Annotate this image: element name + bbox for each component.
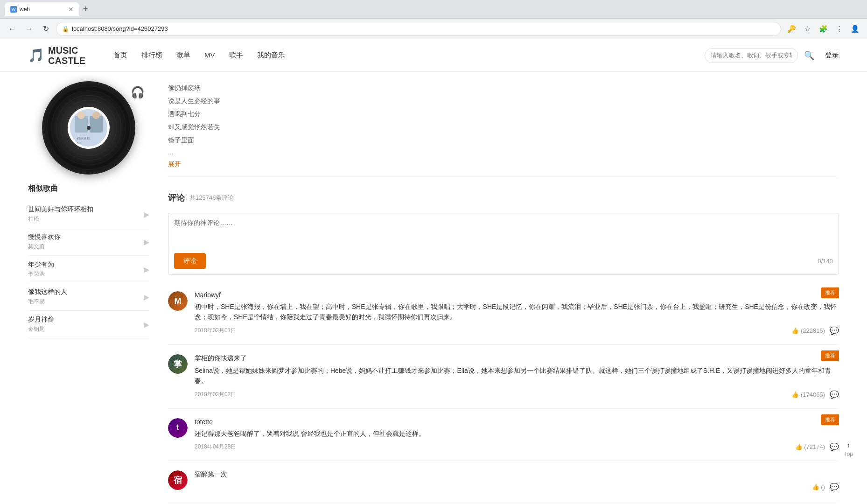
svg-text:任家依然: 任家依然 [77, 137, 90, 140]
browser-controls: ← → ↻ 🔒 localhost:8080/song?id=426027293… [0, 19, 867, 39]
artist-name: 毛不易 [28, 298, 67, 306]
song-name: 世间美好与你环环相扣 [28, 205, 93, 214]
avatar: M [168, 291, 188, 311]
play-button[interactable]: ▶ [144, 265, 149, 274]
comment-content: 宿醉第一次 👍 () 💬 [195, 470, 839, 491]
menu-icon[interactable]: ⋮ [832, 22, 846, 35]
play-button[interactable]: ▶ [144, 210, 149, 219]
reply-button[interactable]: 💬 [830, 390, 839, 399]
reply-button[interactable]: 💬 [830, 326, 839, 335]
nav-artist[interactable]: 歌手 [229, 51, 243, 60]
forward-button[interactable]: → [22, 22, 35, 35]
list-item[interactable]: 岁月神偷 金钥匙 ▶ [28, 311, 149, 338]
table-row: 推荐 t totette 还记得那天爸爸喝醉了，哭着对我说 曾经我也是个正直的人… [168, 409, 839, 461]
comment-textarea[interactable] [174, 219, 833, 247]
lyric-line: 像扔掉废纸 [168, 81, 839, 94]
comment-input-area: 评论 0/140 [168, 213, 839, 275]
left-panel: 任家依然 如常 🎧 相似歌曲 世间美好与你环环相扣 柏松 ▶ 慢慢喜欢你 [28, 81, 149, 501]
login-button[interactable]: 登录 [825, 51, 839, 60]
list-item[interactable]: 世间美好与你环环相扣 柏松 ▶ [28, 201, 149, 228]
lyrics-expand-button[interactable]: 展开 [168, 160, 181, 168]
comments-title: 评论 [168, 192, 185, 203]
reply-button[interactable]: 💬 [830, 483, 839, 491]
vinyl-hole [87, 126, 91, 130]
browser-right-icons: 🔑 ☆ 🧩 ⋮ 👤 [785, 22, 861, 35]
comment-text: 初中时，SHE是张海报，你在墙上，我在望；高中时，SHE是张专辑，你在歌里，我跟… [195, 301, 839, 322]
comment-actions: 👍 (72174) 💬 [795, 442, 839, 451]
like-button[interactable]: 👍 (174065) [791, 391, 825, 398]
browser-tab-bar: W web ✕ + [0, 0, 867, 19]
comment-submit-button[interactable]: 评论 [174, 253, 206, 269]
scroll-top-label: Top [844, 451, 853, 457]
song-info: 慢慢喜欢你 莫文蔚 [28, 233, 61, 251]
browser-tab[interactable]: W web ✕ [5, 2, 79, 16]
tab-title: web [20, 6, 30, 13]
avatar-image: 掌 [168, 354, 188, 374]
lock-icon: 🔒 [62, 26, 69, 32]
refresh-button[interactable]: ↻ [39, 22, 52, 35]
back-button[interactable]: ← [6, 22, 19, 35]
reply-button[interactable]: 💬 [830, 442, 839, 451]
svg-point-4 [92, 112, 100, 119]
logo-icon: 🎵 [28, 48, 44, 63]
tab-close-button[interactable]: ✕ [68, 6, 74, 13]
logo-castle: CASTLE [48, 56, 85, 66]
search-input[interactable] [705, 48, 798, 63]
song-name: 像我这样的人 [28, 288, 67, 296]
account-icon[interactable]: 👤 [848, 22, 861, 35]
comments-section: 评论 共125746条评论 评论 0/140 推荐 M Mariowyf 初 [168, 192, 839, 501]
like-button[interactable]: 👍 () [812, 483, 825, 490]
comment-username: Mariowyf [195, 291, 839, 299]
comment-meta: 👍 () 💬 [195, 483, 839, 491]
avatar: 宿 [168, 470, 188, 490]
album-art: 任家依然 如常 🎧 [42, 81, 135, 175]
comment-username: totette [195, 418, 839, 426]
nav-mv[interactable]: MV [204, 51, 215, 60]
artist-name: 柏松 [28, 215, 93, 223]
table-row: 推荐 掌 掌柜的你快递来了 Selina说，她是帮她妹妹来圆梦才参加比赛的；He… [168, 345, 839, 409]
avatar-image: 宿 [168, 470, 188, 490]
like-button[interactable]: 👍 (72174) [795, 443, 825, 450]
logo-text: MUSIC CASTLE [48, 45, 85, 66]
avatar: t [168, 418, 188, 438]
comment-username: 宿醉第一次 [195, 470, 839, 479]
play-button[interactable]: ▶ [144, 238, 149, 246]
list-item[interactable]: 慢慢喜欢你 莫文蔚 ▶ [28, 228, 149, 256]
right-panel: 像扔掉废纸说是人生必经的事洒喝到七分却又感觉怅然若失镜子里面 ... 展开 评论… [168, 81, 839, 501]
artist-name: 李荣浩 [28, 270, 54, 278]
song-info: 世间美好与你环环相扣 柏松 [28, 205, 93, 223]
scroll-top-button[interactable]: ↑ Top [844, 441, 853, 457]
comment-content: 掌柜的你快递来了 Selina说，她是帮她妹妹来圆梦才参加比赛的；Hebe说，妈… [195, 354, 839, 399]
logo: 🎵 MUSIC CASTLE [28, 45, 85, 66]
list-item[interactable]: 年少有为 李荣浩 ▶ [28, 256, 149, 283]
artist-name: 莫文蔚 [28, 243, 61, 251]
nav-playlist[interactable]: 歌单 [176, 51, 190, 60]
nav-mymusic[interactable]: 我的音乐 [257, 51, 285, 60]
comment-meta: 2018年04月28日 👍 (72174) 💬 [195, 442, 839, 451]
key-icon[interactable]: 🔑 [785, 22, 798, 35]
avatar: 掌 [168, 354, 188, 374]
extension-icon[interactable]: 🧩 [817, 22, 830, 35]
new-tab-button[interactable]: + [83, 4, 88, 14]
comment-footer: 评论 0/140 [174, 253, 833, 269]
lyric-line: 说是人生必经的事 [168, 94, 839, 107]
char-count: 0/140 [818, 258, 833, 265]
list-item[interactable]: 像我这样的人 毛不易 ▶ [28, 283, 149, 311]
comment-date: 2018年03月01日 [195, 327, 236, 335]
play-button[interactable]: ▶ [144, 320, 149, 329]
comment-content: Mariowyf 初中时，SHE是张海报，你在墙上，我在望；高中时，SHE是张专… [195, 291, 839, 335]
song-info: 像我这样的人 毛不易 [28, 288, 67, 306]
nav-home[interactable]: 首页 [113, 51, 127, 60]
search-button[interactable]: 🔍 [802, 48, 817, 63]
comment-date: 2018年03月02日 [195, 391, 236, 399]
navigation: 首页 排行榜 歌单 MV 歌手 我的音乐 [113, 51, 705, 60]
play-button[interactable]: ▶ [144, 293, 149, 301]
comment-meta: 2018年03月02日 👍 (174065) 💬 [195, 390, 839, 399]
address-bar[interactable]: 🔒 localhost:8080/song?id=426027293 [56, 22, 781, 36]
nav-charts[interactable]: 排行榜 [141, 51, 162, 60]
similar-songs-title: 相似歌曲 [28, 184, 149, 194]
like-button[interactable]: 👍 (222815) [791, 327, 825, 334]
star-icon[interactable]: ☆ [801, 22, 814, 35]
comment-text: 还记得那天爸爸喝醉了，哭着对我说 曾经我也是个正直的人，但社会就是这样。 [195, 428, 839, 439]
recommended-badge: 推荐 [821, 414, 839, 425]
